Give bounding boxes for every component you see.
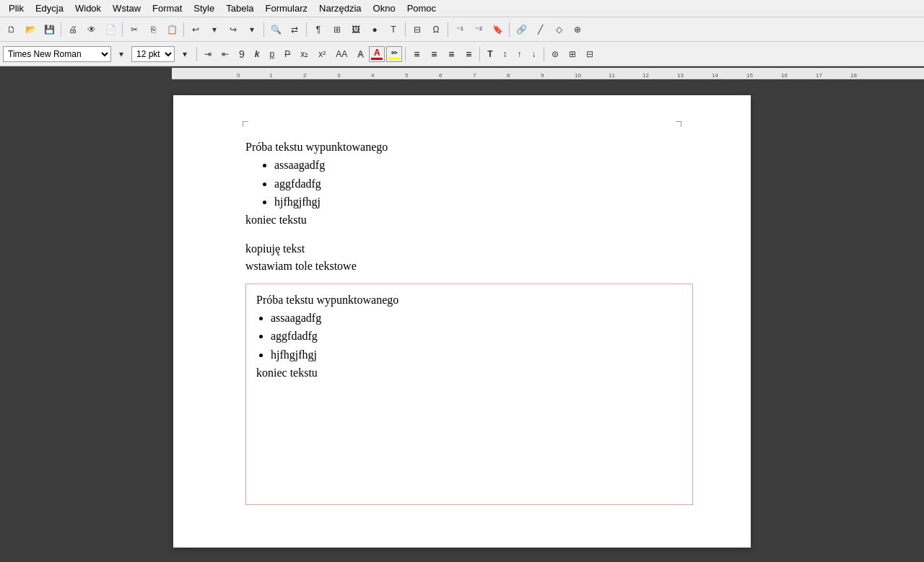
shape-button[interactable]: ◇: [550, 21, 567, 38]
menu-narzedzia[interactable]: Narzędzia: [313, 1, 367, 15]
size-dropdown[interactable]: ▾: [176, 45, 193, 63]
ruler-mark-11: 11: [609, 72, 615, 79]
ruler-mark-14: 14: [712, 72, 718, 79]
textbox-list-item-3: hjfhgjfhgj: [271, 346, 682, 364]
endnote-button[interactable]: ⁻²: [470, 21, 487, 38]
draw-button[interactable]: ●: [366, 21, 383, 38]
bookmark-button[interactable]: 🔖: [489, 21, 506, 38]
superscript-button[interactable]: x²: [314, 46, 330, 62]
align-justify-button[interactable]: ≡: [461, 46, 476, 62]
footnote-button[interactable]: ⁻¹: [451, 21, 468, 38]
linespace-up-button[interactable]: ↑: [513, 46, 526, 62]
para-indent-button[interactable]: ⊞: [565, 46, 580, 62]
para-marks-button[interactable]: ¶: [310, 21, 327, 38]
underline-button[interactable]: p: [265, 46, 279, 62]
list-item-3: hjfhgjfhgj: [274, 193, 679, 211]
ruler-mark-4: 4: [371, 72, 374, 79]
replace-button[interactable]: ⇄: [286, 21, 303, 38]
font-dropdown[interactable]: ▾: [113, 45, 130, 63]
list-item-2: aggfdadfg: [274, 175, 679, 193]
shadow-button[interactable]: A: [353, 46, 367, 62]
print-button[interactable]: 🖨: [64, 21, 82, 38]
menu-widok[interactable]: Widok: [69, 1, 107, 15]
ruler-mark-16: 16: [781, 72, 788, 79]
preview-button[interactable]: 👁: [83, 21, 100, 38]
ruler-mark-5: 5: [405, 72, 408, 79]
shape-line-button[interactable]: ╱: [531, 21, 549, 38]
special-chars-button[interactable]: Ω: [427, 21, 445, 38]
separator-8: [509, 22, 510, 37]
document-page[interactable]: Próba tekstu wypunktowanego assaagadfg a…: [173, 95, 751, 548]
paste-button[interactable]: 📋: [163, 21, 180, 38]
increase-indent-button[interactable]: ⇥: [200, 46, 216, 62]
separator-4: [263, 22, 264, 37]
ruler-mark-17: 17: [816, 72, 822, 79]
italic-button[interactable]: k: [250, 46, 264, 62]
undo-button[interactable]: ↩: [187, 21, 204, 38]
image-button[interactable]: 🖼: [347, 21, 365, 38]
align-left-button[interactable]: ≡: [409, 46, 424, 62]
corner-mark-tr: [676, 121, 681, 127]
uppercase-button[interactable]: AA: [331, 46, 352, 62]
subscript-button[interactable]: x₂: [296, 46, 313, 62]
paragraph-1: Próba tekstu wypunktowanego: [245, 139, 679, 156]
font-select[interactable]: Times New Roman: [3, 46, 111, 62]
pdf-button[interactable]: 📄: [102, 21, 119, 38]
copy-button[interactable]: ⎘: [144, 21, 162, 38]
more-button[interactable]: ⊕: [569, 21, 586, 38]
highlight-color-button[interactable]: ✏: [386, 46, 402, 62]
bold-toggle-button[interactable]: T: [483, 46, 497, 62]
menubar: Plik Edycja Widok Wstaw Format Style Tab…: [0, 0, 924, 17]
content-area[interactable]: Próba tekstu wypunktowanego assaagadfg a…: [0, 81, 924, 562]
save-button[interactable]: 💾: [40, 21, 58, 38]
decrease-indent-button[interactable]: ⇤: [217, 46, 233, 62]
sep-fmt-1: [196, 47, 197, 61]
undo-dropdown[interactable]: ▾: [206, 21, 223, 38]
menu-wstaw[interactable]: Wstaw: [107, 1, 147, 15]
font-size-select[interactable]: 12 pkt: [131, 46, 175, 62]
corner-mark-tl: [243, 121, 248, 127]
redo-dropdown[interactable]: ▾: [243, 21, 261, 38]
redo-button[interactable]: ↪: [225, 21, 242, 38]
menu-tabela[interactable]: Tabela: [220, 1, 259, 15]
linespace-down-button[interactable]: ↓: [528, 46, 541, 62]
open-button[interactable]: 📂: [22, 21, 39, 38]
separator-2: [122, 22, 123, 37]
menu-plik[interactable]: Plik: [3, 1, 30, 15]
menu-format[interactable]: Format: [147, 1, 188, 15]
ruler-mark-2: 2: [303, 72, 306, 79]
link-button[interactable]: 🔗: [513, 21, 530, 38]
strikethrough-button[interactable]: P: [280, 46, 295, 62]
document-content[interactable]: Próba tekstu wypunktowanego assaagadfg a…: [245, 139, 679, 505]
menu-pomoc[interactable]: Pomoc: [401, 1, 442, 15]
align-center-button[interactable]: ≡: [426, 46, 442, 62]
list-item-1: assaagadfg: [274, 156, 679, 175]
menu-edycja[interactable]: Edycja: [30, 1, 69, 15]
table-button[interactable]: ⊞: [328, 21, 346, 38]
ruler-mark-9: 9: [541, 72, 544, 79]
textbox-list-item-1: assaagadfg: [271, 309, 682, 328]
text-frame[interactable]: Próba tekstu wypunktowanego assaagadfg a…: [245, 284, 693, 505]
linespace-button[interactable]: ↕: [499, 46, 512, 62]
menu-style[interactable]: Style: [188, 1, 220, 15]
para-outdent-button[interactable]: ⊟: [582, 46, 598, 62]
cut-button[interactable]: ✂: [126, 21, 143, 38]
ruler-mark-0: 0: [237, 72, 240, 79]
ruler-mark-13: 13: [677, 72, 684, 79]
ruler: 0 1 2 3 4 5 6 7 8 9 10 11 12 13 14 15 16…: [172, 68, 924, 79]
list-num-button[interactable]: 9: [235, 46, 249, 62]
sep-fmt-2: [405, 47, 406, 61]
koniec-tekstu-1: koniec tekstu: [245, 211, 679, 229]
fields-button[interactable]: ⊟: [409, 21, 426, 38]
text-button[interactable]: T: [385, 21, 402, 38]
new-button[interactable]: 🗋: [3, 21, 20, 38]
align-right-button[interactable]: ≡: [443, 46, 459, 62]
font-color-button[interactable]: A: [369, 46, 385, 62]
menu-formularz[interactable]: Formularz: [260, 1, 314, 15]
find-button[interactable]: 🔍: [267, 21, 284, 38]
wstawiam-label: wstawiam tole tekstowe: [245, 258, 679, 275]
para-spacing-button[interactable]: ⊜: [547, 46, 563, 62]
textbox-koniec: koniec tekstu: [256, 364, 682, 382]
menu-okno[interactable]: Okno: [367, 1, 401, 15]
kopie-label: kopiuję tekst: [245, 240, 679, 258]
